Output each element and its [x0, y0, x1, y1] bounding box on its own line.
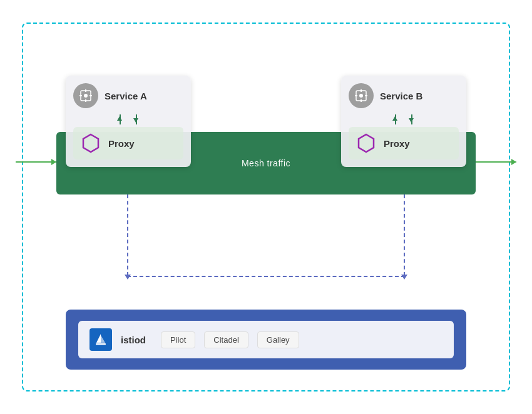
svg-marker-15	[101, 335, 105, 343]
svg-rect-4	[79, 95, 82, 96]
proxy-b-label: Proxy	[384, 138, 410, 149]
svg-rect-9	[361, 89, 362, 92]
svg-marker-14	[96, 334, 101, 343]
dashed-line-b	[404, 194, 405, 276]
arrow-up-b	[395, 114, 396, 124]
service-a-arrows	[73, 113, 183, 126]
component-galley: Galley	[257, 331, 299, 348]
arrow-down-b	[411, 114, 412, 124]
service-a-icon	[73, 83, 98, 108]
proxy-b-row: Proxy	[349, 127, 459, 159]
dashed-arrow-b	[401, 275, 407, 283]
control-plane: istiod Pilot Citadel Galley	[66, 310, 466, 370]
istiod-logo	[90, 328, 112, 351]
svg-marker-13	[359, 134, 374, 152]
service-pod-b: Service B Proxy	[341, 76, 466, 167]
svg-rect-16	[96, 343, 106, 345]
service-b-row: Service B	[349, 83, 459, 108]
mesh-label: Mesh traffic	[242, 158, 290, 168]
proxy-b-icon	[355, 132, 377, 154]
istiod-name: istiod	[121, 335, 146, 345]
svg-rect-5	[90, 95, 92, 96]
dashed-line-a	[127, 194, 128, 276]
service-b-arrows	[349, 113, 459, 126]
svg-rect-11	[355, 95, 357, 96]
service-b-icon	[349, 83, 374, 108]
svg-rect-12	[365, 95, 367, 96]
svg-point-1	[84, 94, 88, 98]
component-pilot: Pilot	[161, 331, 195, 348]
svg-marker-6	[83, 134, 98, 152]
arrow-up-a	[120, 114, 121, 124]
proxy-a-label: Proxy	[108, 138, 135, 149]
proxy-a-icon	[79, 132, 102, 154]
left-arrow	[16, 161, 56, 163]
arrow-down-a	[136, 114, 137, 124]
right-arrow	[476, 161, 516, 163]
service-pod-a: Service A Proxy	[66, 76, 191, 167]
svg-point-8	[359, 94, 363, 98]
svg-rect-2	[85, 89, 86, 92]
service-b-name: Service B	[380, 91, 422, 101]
dashed-arrow-a	[125, 275, 131, 283]
diagram-container: Mesh traffic Service A	[16, 16, 516, 398]
svg-rect-3	[85, 99, 86, 102]
component-citadel: Citadel	[204, 331, 248, 348]
service-a-name: Service A	[105, 91, 147, 101]
proxy-a-row: Proxy	[73, 127, 183, 159]
service-a-row: Service A	[73, 83, 183, 108]
istiod-inner: istiod Pilot Citadel Galley	[78, 321, 454, 358]
dashed-line-horizontal	[127, 276, 405, 277]
svg-rect-10	[361, 99, 362, 102]
